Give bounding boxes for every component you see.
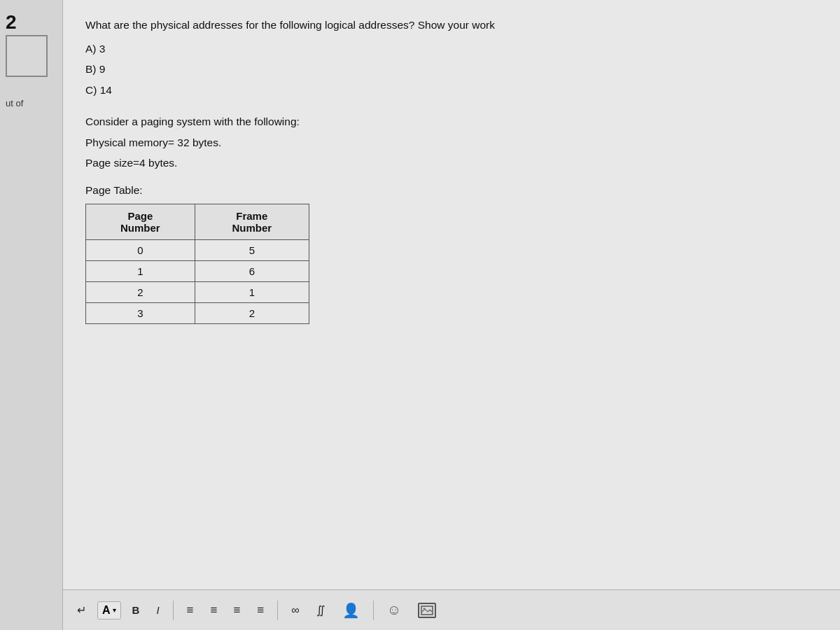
bold-button[interactable]: B <box>127 601 146 620</box>
frame-number-cell: 1 <box>195 282 309 303</box>
table-row: 16 <box>86 261 309 282</box>
unordered-list-icon: ≡ <box>211 603 217 617</box>
question-area: What are the physical addresses for the … <box>63 0 840 589</box>
sidebar: 2 ut of <box>0 0 63 630</box>
person-button[interactable]: 👤 <box>337 598 365 622</box>
undo-icon: ↵ <box>77 603 86 617</box>
option-a: A) 3 <box>85 38 812 59</box>
page-number-cell: 3 <box>86 303 195 324</box>
emoji-button[interactable]: ☺ <box>382 598 407 622</box>
font-dropdown[interactable]: A ▾ <box>97 601 121 620</box>
page-number-cell: 0 <box>86 240 195 261</box>
question-main-text: What are the physical addresses for the … <box>85 17 812 34</box>
outdent-icon: ≡ <box>257 603 264 617</box>
option-c: C) 14 <box>85 80 812 100</box>
frame-number-cell: 2 <box>195 303 309 324</box>
table-row: 21 <box>86 282 309 303</box>
ordered-list-button[interactable]: ≡ <box>181 600 200 621</box>
sidebar-outline-box <box>6 35 48 77</box>
indent-icon: ≡ <box>233 603 240 617</box>
frame-number-cell: 6 <box>195 261 309 282</box>
physical-memory: Physical memory= 32 bytes. <box>85 132 812 153</box>
col-page-number-header: Page Number <box>86 204 195 240</box>
italic-icon: I <box>156 604 159 616</box>
toolbar-divider-1 <box>173 601 174 620</box>
table-row: 32 <box>86 303 309 324</box>
out-of-label: ut of <box>6 98 23 108</box>
question-options: A) 3 B) 9 C) 14 <box>85 38 812 100</box>
image-button[interactable] <box>412 599 442 622</box>
toolbar-divider-3 <box>373 601 374 620</box>
page-table: Page Number Frame Number 05162132 <box>85 204 309 324</box>
page-table-label: Page Table: <box>85 184 812 197</box>
link-icon: ∞ <box>291 604 299 617</box>
outdent-button[interactable]: ≡ <box>251 600 270 621</box>
unordered-list-button[interactable]: ≡ <box>205 600 223 621</box>
bold-icon: B <box>132 604 140 616</box>
person-icon: 👤 <box>342 602 360 619</box>
toolbar-divider-2 <box>277 601 278 620</box>
main-content: What are the physical addresses for the … <box>63 0 840 630</box>
equation-button[interactable]: ∬ <box>311 600 331 620</box>
font-label: A <box>102 604 111 617</box>
smiley-icon: ☺ <box>387 602 401 618</box>
page-size: Page size=4 bytes. <box>85 153 812 173</box>
page-number-cell: 2 <box>86 282 195 303</box>
page-number-cell: 1 <box>86 261 195 282</box>
option-b: B) 9 <box>85 59 812 79</box>
paging-intro: Consider a paging system with the follow… <box>85 111 812 132</box>
font-dropdown-arrow: ▾ <box>113 606 116 614</box>
equation-icon: ∬ <box>316 603 326 617</box>
toolbar: ↵ A ▾ B I ≡ ≡ ≡ ≡ ∞ <box>63 589 840 630</box>
link-button[interactable]: ∞ <box>286 601 304 620</box>
frame-number-cell: 5 <box>195 240 309 261</box>
ordered-list-icon: ≡ <box>187 603 194 617</box>
image-icon <box>418 603 436 618</box>
table-row: 05 <box>86 240 309 261</box>
paging-info: Consider a paging system with the follow… <box>85 111 812 173</box>
col-frame-number-header: Frame Number <box>195 204 309 240</box>
indent-button[interactable]: ≡ <box>227 600 246 621</box>
question-number: 2 <box>6 13 17 32</box>
italic-button[interactable]: I <box>150 601 164 620</box>
undo-button[interactable]: ↵ <box>71 600 92 620</box>
